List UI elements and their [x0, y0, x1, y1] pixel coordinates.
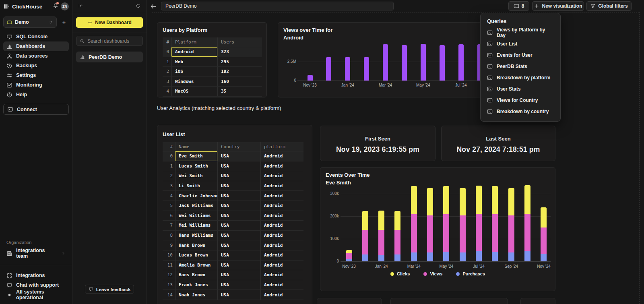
- bar-segment-views[interactable]: [508, 215, 514, 252]
- table-cell[interactable]: USA: [217, 181, 260, 191]
- table-cell[interactable]: Jack Williams: [175, 201, 217, 211]
- row-index-cell[interactable]: 12: [163, 270, 175, 280]
- table-row[interactable]: 0Eve SmithUSAAndroid: [163, 151, 303, 161]
- sidebar-item-help[interactable]: Help: [3, 90, 69, 99]
- table-row[interactable]: 6Wei WilliamsUSAAndroid: [163, 211, 303, 221]
- sidebar-item-dashboards[interactable]: Dashboards: [3, 41, 69, 51]
- table-cell[interactable]: Android: [260, 221, 303, 230]
- bar-segment-views[interactable]: [460, 215, 466, 252]
- table-cell[interactable]: MacOS: [171, 87, 217, 96]
- avatar[interactable]: ZN: [61, 2, 69, 10]
- table-row[interactable]: 12Hans BrownUSAAndroid: [163, 270, 303, 280]
- table-cell[interactable]: USA: [217, 250, 260, 260]
- sidebar-item-settings[interactable]: Settings: [3, 70, 69, 80]
- table-cell[interactable]: Android: [260, 231, 303, 240]
- bar-segment-views[interactable]: [492, 214, 498, 252]
- table-cell[interactable]: Li Smith: [175, 181, 217, 191]
- bar-segment-views[interactable]: [394, 230, 400, 254]
- bar-segment-clicks[interactable]: [492, 186, 498, 214]
- table-row[interactable]: 9Hank BrownUSAAndroid: [163, 240, 303, 250]
- row-index-cell[interactable]: 14: [163, 290, 175, 300]
- query-item[interactable]: Events for User: [481, 50, 560, 61]
- bar-segment-purchases[interactable]: [427, 252, 433, 261]
- row-index-cell[interactable]: 2: [163, 171, 175, 181]
- bar-jul-2024[interactable]: [458, 44, 464, 81]
- table-cell[interactable]: Android: [260, 151, 303, 161]
- dashboard-title-input[interactable]: PeerDB Demo: [161, 2, 394, 10]
- query-item[interactable]: Views for Country: [481, 95, 560, 106]
- table-cell[interactable]: USA: [217, 231, 260, 240]
- query-item[interactable]: User List: [481, 38, 560, 50]
- row-index-cell[interactable]: 2: [163, 67, 171, 77]
- table-cell[interactable]: 160: [217, 77, 262, 87]
- table-row[interactable]: 7Mei WilliamsUSAAndroid: [163, 221, 303, 231]
- table-cell[interactable]: Frank Jones: [175, 280, 217, 290]
- bar-segment-clicks[interactable]: [524, 185, 530, 214]
- bar-segment-clicks[interactable]: [508, 188, 514, 215]
- table-cell[interactable]: Lucas Smith: [175, 161, 217, 171]
- table-cell[interactable]: USA: [217, 171, 260, 181]
- bar-segment-clicks[interactable]: [476, 186, 482, 214]
- table-cell[interactable]: Amelia Brown: [175, 261, 217, 270]
- organization-team-item[interactable]: Integrations team: [3, 248, 69, 259]
- query-item[interactable]: Breakdown by country: [481, 106, 560, 117]
- bar-apr-2024[interactable]: [402, 45, 407, 81]
- table-cell[interactable]: Hans Williams: [175, 231, 217, 240]
- table-cell[interactable]: Noah Jones: [175, 290, 217, 300]
- row-index-cell[interactable]: 5: [163, 201, 175, 211]
- table-cell[interactable]: Wei Smith: [175, 171, 217, 181]
- bar-segment-clicks[interactable]: [362, 211, 368, 230]
- row-index-cell[interactable]: 8: [163, 231, 175, 240]
- table-row[interactable]: 0Android323: [163, 47, 262, 57]
- row-index-cell[interactable]: 3: [163, 77, 171, 87]
- bar-segment-views[interactable]: [427, 215, 433, 252]
- table-cell[interactable]: USA: [217, 261, 260, 270]
- table-cell[interactable]: Android: [260, 201, 303, 211]
- bar-segment-purchases[interactable]: [362, 254, 368, 261]
- footer-item-integrations[interactable]: Integrations: [3, 271, 69, 280]
- table-cell[interactable]: Android: [260, 211, 303, 221]
- row-index-cell[interactable]: 0: [163, 151, 175, 161]
- back-button[interactable]: [150, 3, 157, 10]
- dashboard-list-item[interactable]: PeerDB Demo: [76, 52, 143, 62]
- selected-cell[interactable]: Android: [171, 47, 217, 57]
- table-cell[interactable]: USA: [217, 221, 260, 230]
- table-cell[interactable]: USA: [217, 191, 260, 201]
- bar-feb-2024[interactable]: [364, 57, 369, 81]
- table-cell[interactable]: Wei Williams: [175, 211, 217, 221]
- refresh-icon[interactable]: [136, 3, 141, 8]
- new-dashboard-button[interactable]: New Dashboard: [76, 17, 143, 28]
- table-cell[interactable]: Android: [260, 171, 303, 181]
- leave-feedback-button[interactable]: Leave feedback: [85, 285, 134, 294]
- selected-cell[interactable]: Eve Smith: [175, 151, 217, 161]
- bar-segment-clicks[interactable]: [460, 188, 466, 215]
- row-index-cell[interactable]: 0: [163, 47, 171, 57]
- table-cell[interactable]: USA: [217, 151, 260, 161]
- table-cell[interactable]: 35: [217, 87, 262, 96]
- table-cell[interactable]: Windows: [171, 77, 217, 87]
- table-cell[interactable]: Charlie Johnson: [175, 191, 217, 201]
- bar-segment-clicks[interactable]: [394, 211, 400, 230]
- bar-segment-clicks[interactable]: [427, 188, 433, 215]
- bar-segment-views[interactable]: [346, 253, 352, 259]
- bar-segment-purchases[interactable]: [541, 254, 547, 261]
- table-cell[interactable]: Android: [260, 161, 303, 171]
- table-cell[interactable]: USA: [217, 270, 260, 280]
- workspace-selector[interactable]: Demo: [3, 17, 57, 28]
- table-row[interactable]: 2Wei SmithUSAAndroid: [163, 171, 303, 181]
- add-service-button[interactable]: +: [59, 17, 69, 28]
- table-row[interactable]: 1Web295: [163, 57, 262, 67]
- row-index-cell[interactable]: 1: [163, 161, 175, 171]
- bar-jan-2024[interactable]: [345, 57, 350, 81]
- bar-may-2024[interactable]: [421, 44, 426, 81]
- sidebar-item-monitoring[interactable]: Monitoring: [3, 80, 69, 90]
- table-cell[interactable]: Web: [171, 57, 217, 67]
- queries-count-button[interactable]: 8: [508, 1, 529, 11]
- table-cell[interactable]: Hans Brown: [175, 270, 217, 280]
- table-cell[interactable]: Android: [260, 240, 303, 250]
- sidebar-item-sql-console[interactable]: SQL Console: [3, 32, 69, 41]
- bar-segment-purchases[interactable]: [443, 252, 449, 261]
- table-cell[interactable]: iOS: [171, 67, 217, 77]
- bar-segment-purchases[interactable]: [394, 254, 400, 261]
- table-row[interactable]: 2iOS182: [163, 67, 262, 77]
